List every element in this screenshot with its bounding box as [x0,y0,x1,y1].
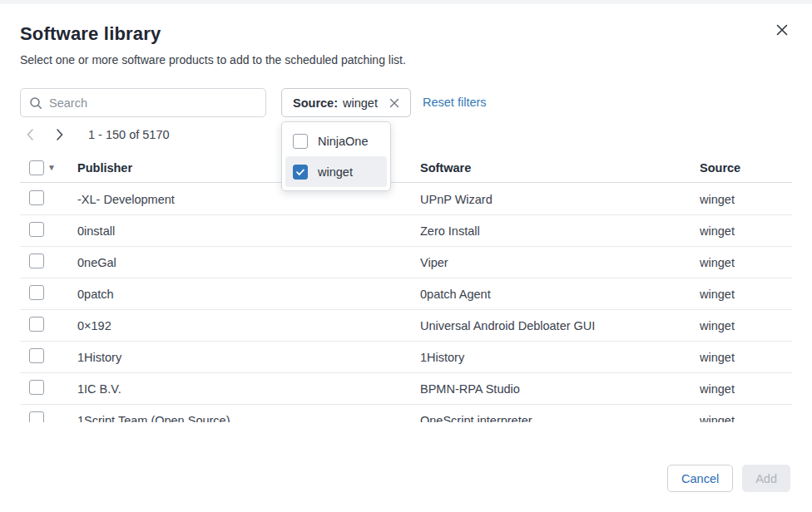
cell-source: winget [700,382,792,396]
cell-source: winget [700,288,792,301]
cell-software: 1History [420,351,700,364]
pagination: 1 - 150 of 5170 [20,123,170,146]
row-checkbox[interactable] [29,380,44,395]
modal-footer: Cancel Add [667,465,790,492]
cancel-button[interactable]: Cancel [667,465,733,492]
table-row[interactable]: 1Script Team (Open Source) OneScript int… [20,405,792,422]
filter-chip-label: Source: [293,96,338,110]
close-icon [776,24,788,36]
source-filter-dropdown: NinjaOne winget [281,121,391,191]
cell-source: winget [700,414,792,423]
window-top-edge [0,0,812,4]
row-checkbox[interactable] [29,348,44,363]
cell-publisher: 1IC B.V. [77,382,420,396]
close-icon [389,98,399,108]
dropdown-option-label: NinjaOne [318,135,368,148]
remove-filter-button[interactable] [389,98,399,108]
table-row[interactable]: 1IC B.V. BPMN-RPA Studio winget [20,373,792,405]
next-page-button[interactable] [53,126,67,143]
cell-publisher: 0install [77,224,420,238]
cell-software: 0patch Agent [420,288,700,301]
row-checkbox[interactable] [29,254,44,268]
cell-software: BPMN-RPA Studio [420,382,700,396]
dropdown-option-winget[interactable]: winget [285,156,387,187]
cell-source: winget [700,224,792,238]
pagination-range: 1 - 150 of 5170 [88,128,170,141]
row-checkbox[interactable] [29,411,44,423]
table-row[interactable]: 0install Zero Install winget [20,215,792,247]
dropdown-option-label: winget [318,165,353,179]
source-filter-chip[interactable]: Source: winget [281,88,411,117]
column-header-software[interactable]: Software [420,161,700,175]
filter-chip-value: winget [343,96,378,110]
table-row[interactable]: 0neGal Viper winget [20,247,792,278]
search-placeholder: Search [49,96,87,110]
chevron-left-icon [26,128,34,141]
dropdown-option-ninjaone[interactable]: NinjaOne [285,126,387,156]
table-row[interactable]: 0×192 Universal Android Debloater GUI wi… [20,310,792,342]
cell-software: Universal Android Debloater GUI [420,319,700,332]
cell-software: Zero Install [420,224,700,238]
table-body: -XL- Development UPnP Wizard winget 0ins… [20,184,792,422]
row-checkbox[interactable] [29,285,44,300]
search-icon [29,96,42,110]
reset-filters-link[interactable]: Reset filters [423,88,487,117]
cell-publisher: 1Script Team (Open Source) [77,414,420,423]
chevron-right-icon [56,128,64,141]
cell-source: winget [700,351,792,364]
table-row[interactable]: 1History 1History winget [20,342,792,373]
cell-software: Viper [420,256,700,269]
checkbox-unchecked[interactable] [293,134,308,149]
cell-publisher: 0×192 [77,319,420,332]
cell-source: winget [700,256,792,269]
cell-source: winget [700,193,792,206]
chevron-down-icon[interactable]: ▼ [47,164,56,172]
column-header-source[interactable]: Source [700,161,792,175]
modal-subtitle: Select one or more software products to … [20,53,406,66]
table-row[interactable]: -XL- Development UPnP Wizard winget [20,184,792,215]
close-button[interactable] [774,22,790,38]
search-input[interactable]: Search [20,88,266,117]
previous-page-button[interactable] [23,126,37,143]
cell-publisher: -XL- Development [77,193,420,206]
cell-publisher: 1History [77,351,420,364]
cell-source: winget [700,319,792,332]
row-checkbox[interactable] [29,222,44,237]
add-button[interactable]: Add [742,465,790,492]
select-all-checkbox[interactable] [29,160,44,175]
cell-publisher: 0patch [77,288,420,301]
cell-software: UPnP Wizard [420,193,700,206]
table-row[interactable]: 0patch 0patch Agent winget [20,278,792,310]
software-library-modal: Software library Select one or more soft… [0,0,812,512]
row-checkbox[interactable] [29,190,44,205]
page-title: Software library [20,23,161,45]
table-header-row: ▼ Publisher Software Source [20,154,792,183]
cell-publisher: 0neGal [77,256,420,269]
row-checkbox[interactable] [29,317,44,332]
cell-software: OneScript interpreter [420,414,700,423]
checkbox-checked[interactable] [293,165,308,180]
